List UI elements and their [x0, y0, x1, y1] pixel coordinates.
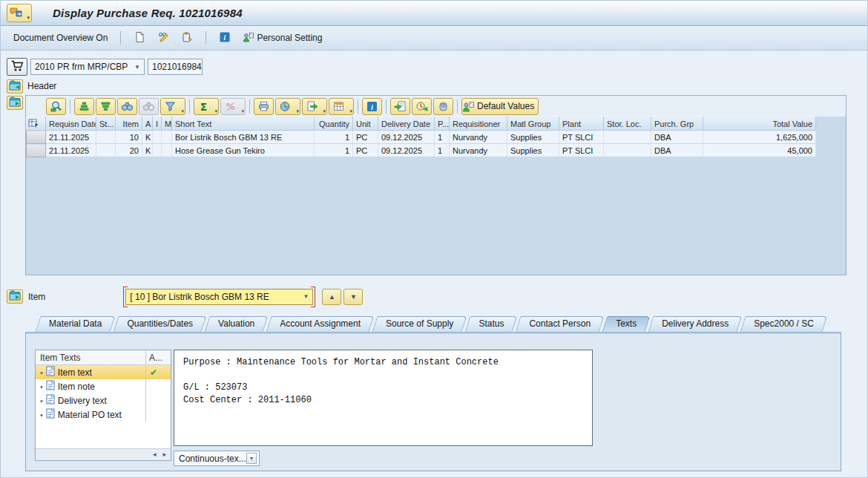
copy-to-button[interactable] [390, 98, 410, 115]
services-menu-button[interactable]: ▾ [7, 4, 32, 22]
column-header[interactable]: Quantity [315, 117, 353, 131]
cell [604, 144, 651, 157]
text-type-item[interactable]: •Material PO text [36, 407, 171, 422]
personal-setting-icon [243, 31, 254, 45]
personal-setting-button[interactable]: Personal Setting [239, 29, 326, 47]
column-header[interactable]: Total Value [703, 117, 816, 131]
layout-button[interactable]: ▾ [329, 98, 354, 115]
sort-descending-button[interactable] [96, 98, 116, 115]
item-texts-title: Item Texts [36, 353, 145, 363]
document-icon [46, 408, 55, 421]
column-header[interactable]: St... [96, 117, 116, 131]
chevron-down-icon: ▾ [214, 108, 217, 114]
document-overview-button[interactable]: Document Overview On [10, 29, 111, 47]
column-header[interactable]: Delivery Date [378, 117, 435, 131]
column-header[interactable]: Stor. Loc. [604, 117, 651, 131]
check-icon: ✔ [150, 367, 157, 378]
default-values-button[interactable]: Default Values [461, 98, 539, 115]
next-item-button[interactable]: ▼ [343, 289, 363, 305]
column-header[interactable]: A [142, 117, 153, 131]
create-document-button[interactable] [130, 29, 149, 47]
toolbar-separator [386, 99, 387, 114]
export-button[interactable]: ▾ [302, 98, 327, 115]
column-header[interactable]: Plant [559, 117, 604, 131]
tab-label: Source of Supply [386, 318, 453, 329]
tab-status[interactable]: Status [466, 316, 516, 332]
info-button[interactable]: i [362, 98, 382, 115]
tab-account-assignment[interactable]: Account Assignment [267, 316, 373, 332]
cell: 10 [116, 131, 142, 144]
column-header[interactable]: Requisitioner [450, 117, 507, 131]
scroll-left-button[interactable]: ◄ [151, 452, 157, 458]
copy-document-button[interactable] [177, 29, 197, 47]
document-type-row: 2010 PR frm MRP/CBP ▼ 1021016984 [7, 58, 867, 76]
column-header[interactable]: M: [162, 117, 172, 131]
tab-source-of-supply[interactable]: Source of Supply [373, 316, 466, 332]
scroll-right-button[interactable]: ► [162, 452, 168, 458]
shopping-cart-button[interactable] [7, 58, 27, 76]
sort-ascending-button[interactable] [74, 98, 94, 115]
detail-search-button[interactable] [46, 98, 66, 115]
text-format-dropdown[interactable]: Continuous-tex... ▼ [174, 451, 260, 466]
cell [96, 131, 116, 144]
adopted-cell: ✔ [145, 365, 171, 379]
views-button[interactable]: ▾ [275, 98, 300, 115]
previous-item-button[interactable]: ▲ [322, 289, 341, 305]
tab-valuation[interactable]: Valuation [206, 316, 267, 332]
document-type-select[interactable]: 2010 PR frm MRP/CBP ▼ [30, 59, 145, 75]
items-collapse-button[interactable] [7, 96, 23, 110]
document-number-field[interactable]: 1021016984 [148, 59, 203, 75]
chevron-down-icon: ▾ [349, 108, 352, 114]
document-overview-label: Document Overview On [13, 33, 108, 43]
cell: 21.11.2025 [46, 131, 96, 144]
item-select-dropdown[interactable]: [ 10 ] Bor Listrik Bosch GBM 13 RE ▼ [125, 289, 313, 305]
subtotal-button[interactable]: %▾ [220, 98, 246, 115]
cell: DBA [651, 131, 703, 144]
information-button[interactable]: i [215, 29, 234, 47]
column-header[interactable]: I [153, 117, 162, 131]
column-header[interactable]: Requisn Date [46, 117, 96, 131]
filter-button[interactable]: ▾ [160, 98, 185, 115]
tab-material-data[interactable]: Material Data [36, 316, 114, 332]
tab-delivery-address[interactable]: Delivery Address [649, 316, 741, 332]
chevron-down-icon: ▼ [134, 64, 140, 71]
tab-label: Contact Person [529, 318, 591, 329]
text-editor[interactable]: Purpose : Maintenance Tools for Mortar a… [174, 350, 593, 446]
folder-expand-icon [9, 80, 21, 93]
tab-texts[interactable]: Texts [603, 316, 649, 332]
toolbar-separator [249, 99, 250, 114]
toolbar-button-label: Default Values [475, 101, 538, 111]
column-header[interactable]: Purch. Grp [651, 117, 703, 131]
chevron-down-icon: ▼ [303, 293, 309, 300]
row-select-button[interactable] [27, 131, 46, 144]
header-expand-button[interactable] [7, 79, 23, 94]
filter-icon [164, 100, 177, 113]
column-header[interactable]: Short Text [172, 117, 315, 131]
column-header[interactable]: Matl Group [507, 117, 559, 131]
column-header[interactable]: Item [116, 117, 142, 131]
cell: Nurvandy [450, 131, 507, 144]
arrow-down-icon: ▼ [350, 293, 357, 301]
cell: Supplies [507, 144, 559, 157]
text-type-item[interactable]: •Item text✔ [36, 365, 171, 379]
time-status-button[interactable] [412, 98, 432, 115]
tab-contact-person[interactable]: Contact Person [516, 316, 603, 332]
stop-button[interactable] [433, 98, 453, 115]
text-format-value: Continuous-tex... [179, 454, 246, 464]
find-next-icon [142, 100, 155, 113]
text-type-item[interactable]: •Delivery text [36, 393, 171, 407]
find-button[interactable] [117, 98, 137, 115]
row-select-button[interactable] [27, 144, 46, 157]
header-expand-row: Header [7, 79, 867, 94]
display-change-button[interactable] [154, 29, 173, 47]
item-collapse-button[interactable] [7, 289, 23, 304]
print-button[interactable] [254, 98, 274, 115]
text-type-item[interactable]: •Item note [36, 379, 171, 393]
column-header[interactable]: P... [435, 117, 450, 131]
tab-spec2000-sc[interactable]: Spec2000 / SC [741, 316, 826, 332]
sum-button[interactable]: Σ▾ [194, 98, 219, 115]
tab-quantities-dates[interactable]: Quantities/Dates [114, 316, 206, 332]
find-next-button[interactable] [139, 98, 159, 115]
column-header[interactable]: Unit [353, 117, 378, 131]
select-all-button[interactable] [27, 117, 46, 131]
